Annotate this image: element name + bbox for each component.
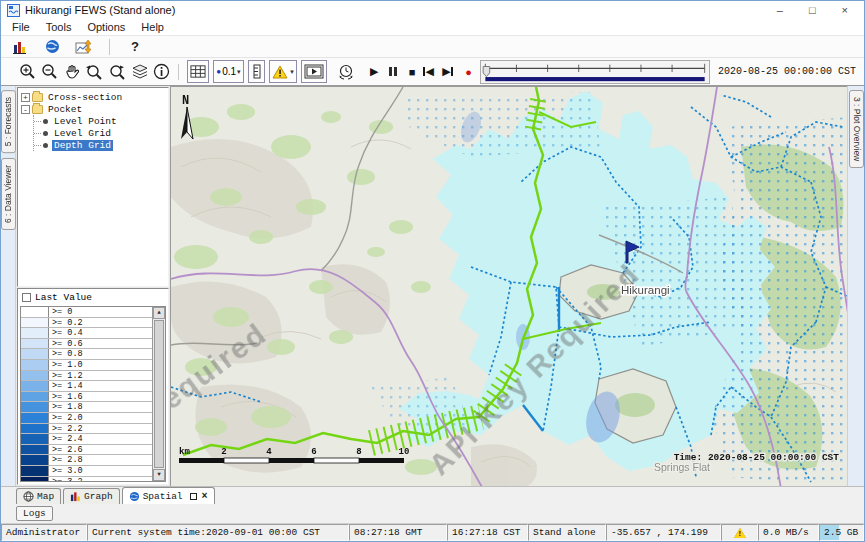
status-system-time: Current system time:2020-09-01 00:00 CST xyxy=(87,524,349,541)
legend-row: >= 1.4 xyxy=(21,381,152,392)
step-back-button[interactable]: ◀ xyxy=(423,65,438,78)
svg-text:8: 8 xyxy=(356,447,361,457)
legend-row: >= 0.8 xyxy=(21,349,152,360)
status-gmt-time: 08:27:18 GMT xyxy=(349,524,447,541)
timeseries-dialog-icon[interactable] xyxy=(73,36,95,58)
minimize-button[interactable]: – xyxy=(777,2,783,18)
folder-icon xyxy=(32,105,43,114)
left-panel-strip: 5 : Forecasts 6 : Data Viewer xyxy=(1,86,16,486)
scroll-down-icon[interactable]: ▼ xyxy=(153,469,165,481)
legend-row: >= 2.6 xyxy=(21,445,152,456)
status-warning-cell[interactable] xyxy=(721,524,758,541)
map-view[interactable]: API Key Required API Key Required N Hiku… xyxy=(171,86,847,486)
logs-row: Logs xyxy=(1,504,864,523)
record-button[interactable]: ● xyxy=(461,66,476,78)
zoom-previous-icon[interactable] xyxy=(85,61,104,83)
tab-spatial[interactable]: Spatial × xyxy=(122,487,215,504)
maximize-button[interactable]: □ xyxy=(809,2,816,18)
animation-button[interactable] xyxy=(301,60,327,83)
timeline-handle[interactable] xyxy=(483,66,490,76)
expand-plus-icon[interactable]: + xyxy=(21,93,30,102)
svg-text:4: 4 xyxy=(266,447,272,457)
zoom-in-icon[interactable] xyxy=(19,61,37,83)
tab-plot-overview[interactable]: 3 : Plot Overview xyxy=(849,90,864,168)
status-local-time: 16:27:18 CST xyxy=(447,524,528,541)
zoom-next-icon[interactable] xyxy=(108,61,127,83)
tab-map[interactable]: Map xyxy=(16,488,61,504)
tab-forecasts[interactable]: 5 : Forecasts xyxy=(1,90,16,153)
tab-maximize-icon[interactable] xyxy=(190,493,197,500)
menu-file[interactable]: File xyxy=(5,20,37,34)
svg-text:2: 2 xyxy=(221,447,226,457)
status-bar: Administrator Current system time:2020-0… xyxy=(1,523,864,541)
stop-button[interactable]: ■ xyxy=(405,66,420,78)
globe-icon xyxy=(129,491,140,502)
pause-button[interactable] xyxy=(386,66,401,78)
time-settings-icon[interactable] xyxy=(337,61,355,83)
title-bar: Hikurangi FEWS (Stand alone) – □ × xyxy=(1,1,864,19)
scale-legend-button[interactable] xyxy=(248,60,265,83)
chevron-down-icon: ▾ xyxy=(290,68,294,76)
legend-row: >= 0.2 xyxy=(21,318,152,329)
menu-tools[interactable]: Tools xyxy=(39,20,79,34)
legend-row: >= 2.8 xyxy=(21,455,152,466)
bar-chart-icon xyxy=(70,491,81,502)
scroll-up-icon[interactable]: ▲ xyxy=(153,307,165,319)
map-display-icon[interactable] xyxy=(41,36,63,58)
legend-scrollbar[interactable]: ▲ ▼ xyxy=(152,307,165,481)
pan-hand-icon[interactable] xyxy=(63,61,81,83)
status-mode: Stand alone xyxy=(528,524,606,541)
status-coordinates: -35.657 , 174.199 xyxy=(606,524,721,541)
layers-icon[interactable] xyxy=(131,61,149,83)
svg-text:N: N xyxy=(182,94,189,108)
tree-item-level-point[interactable]: Level Point xyxy=(34,115,166,127)
tab-data-viewer[interactable]: 6 : Data Viewer xyxy=(1,158,16,230)
collapse-minus-icon[interactable]: - xyxy=(21,105,30,114)
zoom-out-icon[interactable] xyxy=(41,61,59,83)
interval-value: 0.1 xyxy=(222,66,236,77)
topology-tree: + Cross-section - Pocket Level Point xyxy=(17,87,169,287)
node-bullet-icon xyxy=(43,131,48,136)
tree-item-cross-section[interactable]: + Cross-section xyxy=(20,91,166,103)
close-button[interactable]: × xyxy=(842,2,848,18)
legend-panel: Last Value >= 0 >= 0.2 >= 0.4 >= 0.6 >= … xyxy=(17,288,169,485)
menu-help[interactable]: Help xyxy=(134,20,171,34)
info-icon[interactable] xyxy=(153,61,170,83)
legend-row: >= 1.2 xyxy=(21,371,152,382)
node-bullet-icon xyxy=(43,119,48,124)
svg-text:10: 10 xyxy=(399,447,410,457)
map-canvas[interactable]: API Key Required API Key Required N Hiku… xyxy=(171,87,847,486)
wireframe-globe-icon xyxy=(23,491,34,502)
legend-row: >= 1.6 xyxy=(21,392,152,403)
tab-graph[interactable]: Graph xyxy=(63,488,120,504)
legend-row: >= 0.4 xyxy=(21,328,152,339)
step-forward-button[interactable]: ▶ xyxy=(442,65,457,78)
tree-item-pocket[interactable]: - Pocket xyxy=(20,103,166,115)
last-value-label: Last Value xyxy=(35,292,92,303)
node-bullet-icon xyxy=(43,143,48,148)
town-label: Hikurangi xyxy=(621,284,670,296)
right-panel-strip: 3 : Plot Overview xyxy=(847,86,864,486)
main-toolbar: ? xyxy=(1,36,864,58)
warnings-dropdown[interactable]: ▾ xyxy=(269,60,297,83)
menu-options[interactable]: Options xyxy=(80,20,132,34)
grid-display-button[interactable] xyxy=(187,60,209,83)
legend-row: >= 3.0 xyxy=(21,466,152,477)
logs-button[interactable]: Logs xyxy=(16,506,53,521)
legend-row: >= 2.0 xyxy=(21,413,152,424)
help-button[interactable]: ? xyxy=(124,36,146,58)
tree-item-depth-grid[interactable]: Depth Grid xyxy=(34,139,166,151)
contour-interval-dropdown[interactable]: ● 0.1 ▾ xyxy=(213,60,244,83)
legend-row: >= 2.2 xyxy=(21,424,152,435)
forecast-manager-icon[interactable] xyxy=(9,36,31,58)
last-value-checkbox[interactable] xyxy=(22,293,31,302)
timeline-slider[interactable] xyxy=(480,60,710,84)
status-memory[interactable]: 2.5 GB xyxy=(819,524,864,541)
fews-app-icon xyxy=(7,4,20,17)
scroll-thumb[interactable] xyxy=(154,320,164,468)
play-button[interactable]: ▶ xyxy=(367,65,382,78)
status-download-rate: 0.0 MB/s xyxy=(758,524,819,541)
menu-bar: File Tools Options Help xyxy=(1,19,864,36)
tree-item-level-grid[interactable]: Level Grid xyxy=(34,127,166,139)
tab-close-icon[interactable]: × xyxy=(202,491,208,502)
